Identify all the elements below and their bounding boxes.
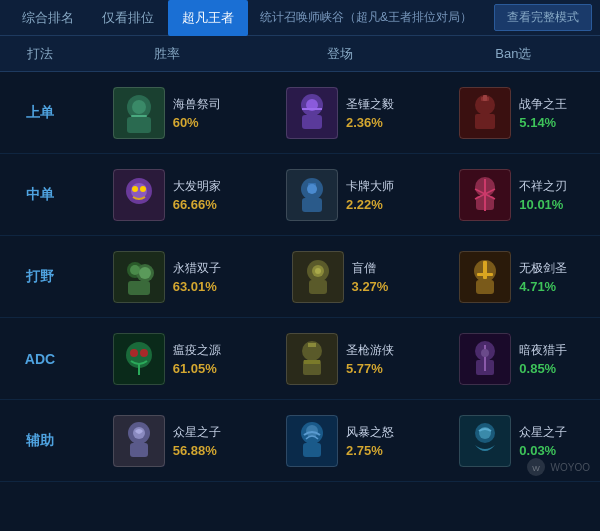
- role-label-support: 辅助: [0, 432, 80, 450]
- champ-info-ban-1: 不祥之刃 10.01%: [519, 178, 567, 212]
- svg-point-32: [127, 262, 143, 278]
- svg-rect-4: [131, 115, 147, 117]
- champ-name-win-3: 瘟疫之源: [173, 342, 221, 359]
- svg-rect-15: [113, 169, 165, 221]
- svg-rect-46: [477, 273, 493, 276]
- svg-rect-20: [286, 169, 338, 221]
- win-cell-3: 瘟疫之源 61.05%: [80, 325, 253, 393]
- svg-rect-47: [113, 333, 165, 385]
- svg-point-17: [131, 183, 147, 199]
- champ-rate-win-0: 60%: [173, 115, 221, 130]
- champ-portrait-win-2: [113, 251, 165, 303]
- svg-point-35: [139, 267, 151, 279]
- svg-point-52: [302, 341, 322, 361]
- svg-point-49: [130, 349, 138, 357]
- svg-point-26: [475, 177, 495, 197]
- svg-point-66: [301, 422, 323, 444]
- svg-rect-12: [475, 114, 495, 129]
- champ-rate-ban-2: 4.71%: [519, 279, 567, 294]
- svg-rect-42: [459, 251, 511, 303]
- svg-rect-58: [476, 360, 494, 375]
- svg-rect-69: [459, 415, 511, 467]
- champ-rate-ban-1: 10.01%: [519, 197, 567, 212]
- champ-rate-ban-4: 0.03%: [519, 443, 567, 458]
- champ-info-win-3: 瘟疫之源 61.05%: [173, 342, 221, 376]
- avatar-ban-1: [459, 169, 511, 221]
- champ-name-win-0: 海兽祭司: [173, 96, 221, 113]
- champ-info-ban-4: 众星之子 0.03%: [519, 424, 567, 458]
- svg-point-64: [133, 427, 145, 439]
- svg-rect-51: [286, 333, 338, 385]
- svg-text:W: W: [532, 464, 540, 473]
- avatar-win-2: [113, 251, 165, 303]
- svg-point-16: [126, 178, 152, 204]
- view-full-button[interactable]: 查看完整模式: [494, 4, 592, 31]
- avatar-win-4: [113, 415, 165, 467]
- champ-rate-ban-3: 0.85%: [519, 361, 567, 376]
- avatar-appear-4: [286, 415, 338, 467]
- champ-name-appear-1: 卡牌大师: [346, 178, 394, 195]
- svg-rect-55: [304, 360, 320, 364]
- champ-rate-appear-1: 2.22%: [346, 197, 394, 212]
- ban-cell-1: 不祥之刃 10.01%: [427, 161, 600, 229]
- nav-description: 统计召唤师峡谷（超凡&王者排位对局）: [248, 9, 494, 26]
- svg-point-70: [475, 423, 495, 443]
- champ-info-win-4: 众星之子 56.88%: [173, 424, 221, 458]
- avatar-ban-0: [459, 87, 511, 139]
- svg-rect-5: [286, 87, 338, 139]
- avatar-win-0: [113, 87, 165, 139]
- champ-name-appear-4: 风暴之怒: [346, 424, 394, 441]
- col-header-ban: Ban选: [427, 45, 600, 63]
- champ-name-ban-2: 无极剑圣: [519, 260, 567, 277]
- champ-name-ban-4: 众星之子: [519, 424, 567, 441]
- svg-rect-7: [302, 115, 322, 129]
- woyoo-text: WOYOO: [551, 462, 590, 473]
- svg-point-6: [301, 94, 323, 116]
- champ-info-win-1: 大发明家 66.66%: [173, 178, 221, 212]
- svg-point-40: [312, 265, 324, 277]
- champ-portrait-win-1: [113, 169, 165, 221]
- tab-extraordinary[interactable]: 超凡王者: [168, 0, 248, 36]
- svg-rect-23: [308, 183, 316, 193]
- svg-point-57: [475, 341, 495, 361]
- champ-portrait-win-0: [113, 87, 165, 139]
- top-navigation: 综合排名 仅看排位 超凡王者 统计召唤师峡谷（超凡&王者排位对局） 查看完整模式: [0, 0, 600, 36]
- champ-info-ban-3: 暗夜猎手 0.85%: [519, 342, 567, 376]
- svg-rect-65: [286, 415, 338, 467]
- svg-rect-31: [113, 251, 165, 303]
- win-cell-1: 大发明家 66.66%: [80, 161, 253, 229]
- champ-portrait-appear-2: [292, 251, 344, 303]
- svg-point-60: [481, 349, 489, 357]
- champ-name-ban-3: 暗夜猎手: [519, 342, 567, 359]
- role-label-mid: 中单: [0, 186, 80, 204]
- champ-rate-ban-0: 5.14%: [519, 115, 567, 130]
- svg-point-41: [315, 268, 321, 274]
- win-cell-0: 海兽祭司 60%: [80, 79, 253, 147]
- champ-info-ban-0: 战争之王 5.14%: [519, 96, 567, 130]
- avatar-win-3: [113, 333, 165, 385]
- champ-info-win-0: 海兽祭司 60%: [173, 96, 221, 130]
- champ-name-appear-2: 盲僧: [352, 260, 389, 277]
- champ-name-ban-1: 不祥之刃: [519, 178, 567, 195]
- tab-watch[interactable]: 仅看排位: [88, 0, 168, 36]
- svg-rect-67: [303, 443, 321, 457]
- table-row: 打野 永猎双子 63.01% 盲僧 3.27%: [0, 236, 600, 318]
- col-header-role: 打法: [0, 45, 80, 63]
- svg-rect-61: [113, 415, 165, 467]
- svg-point-68: [306, 425, 318, 437]
- champ-info-appear-0: 圣锤之毅 2.36%: [346, 96, 394, 130]
- champ-rate-appear-0: 2.36%: [346, 115, 394, 130]
- tab-overall[interactable]: 综合排名: [8, 0, 88, 36]
- svg-rect-0: [113, 87, 165, 139]
- champ-rate-appear-4: 2.75%: [346, 443, 394, 458]
- svg-rect-44: [476, 280, 494, 294]
- avatar-win-1: [113, 169, 165, 221]
- role-label-top: 上单: [0, 104, 80, 122]
- avatar-appear-2: [292, 251, 344, 303]
- svg-point-50: [140, 349, 148, 357]
- table-row: 中单 大发明家 66.66% 卡牌大师 2.22%: [0, 154, 600, 236]
- svg-point-1: [127, 95, 151, 119]
- champ-portrait-win-3: [113, 333, 165, 385]
- champ-rate-win-2: 63.01%: [173, 279, 221, 294]
- svg-point-43: [474, 260, 496, 282]
